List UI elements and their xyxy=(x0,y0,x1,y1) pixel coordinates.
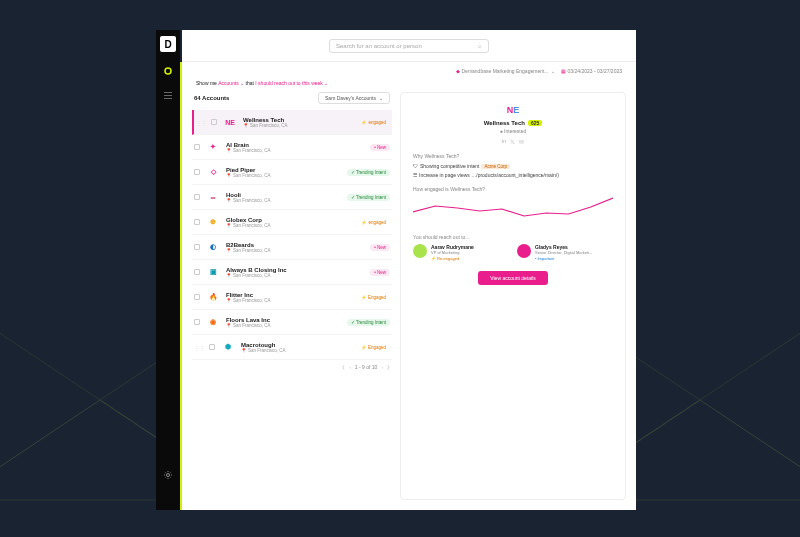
shield-icon: 🛡 xyxy=(413,163,418,169)
pin-icon: 📍 xyxy=(226,298,232,303)
account-row[interactable]: ⋮⋮⬢Macrotough📍San Francisco, CA⚡ Engaged xyxy=(192,335,392,360)
show-me-row: Show me Accounts ⌄ that I should reach o… xyxy=(182,78,636,92)
page-last-button[interactable]: ⟫ xyxy=(387,364,390,370)
account-logo: ▣ xyxy=(205,264,221,280)
contact-tag: ⚡ Re-engaged xyxy=(431,256,474,261)
pin-icon: 📍 xyxy=(226,273,232,278)
account-row[interactable]: ◇Pied Piper📍San Francisco, CA✓ Trending … xyxy=(192,160,392,185)
drag-handle-icon[interactable]: ⋮⋮ xyxy=(196,119,206,126)
contact-card[interactable]: Aarav RudrymaneVP of Marketing⚡ Re-engag… xyxy=(413,244,509,261)
search-icon: ⌕ xyxy=(478,43,482,49)
status-tag: ⚡ engaged xyxy=(357,219,390,226)
score-badge: 625 xyxy=(528,120,542,126)
row-checkbox[interactable] xyxy=(194,144,200,150)
accent-line xyxy=(180,62,182,510)
competitor-tag: Acme Corp xyxy=(481,164,510,169)
account-row[interactable]: ◐B2Beards📍San Francisco, CA• New xyxy=(192,235,392,260)
why-title: Why Wellness Tech? xyxy=(413,153,613,159)
insight-competitive: 🛡 Showing competitive intent Acme Corp xyxy=(413,163,613,169)
account-row[interactable]: ▣Always B Closing Inc📍San Francisco, CA•… xyxy=(192,260,392,285)
status-tag: ⚡ Engaged xyxy=(357,294,390,301)
search-placeholder: Search for an account or person xyxy=(336,43,478,49)
contact-card[interactable]: Gladys ReyesSenior Director, Digital Mar… xyxy=(517,244,613,261)
page-next-button[interactable]: › xyxy=(381,364,383,370)
pin-icon: 📍 xyxy=(243,123,249,128)
detail-name: Wellness Tech 625 xyxy=(484,120,542,126)
account-row[interactable]: ⋮⋮NEWellness Tech📍San Francisco, CA⚡ eng… xyxy=(192,110,392,135)
avatar xyxy=(517,244,531,258)
account-logo: 🔥 xyxy=(205,289,221,305)
list-owner-dropdown[interactable]: Sam Davey's Accounts ⌄ xyxy=(318,92,390,104)
trend-icon: ☰ xyxy=(413,172,417,178)
drag-handle-icon[interactable]: ⋮⋮ xyxy=(194,344,204,351)
account-row[interactable]: ✦AI Brain📍San Francisco, CA• New xyxy=(192,135,392,160)
account-location: 📍San Francisco, CA xyxy=(226,323,342,328)
pin-icon: 📍 xyxy=(226,148,232,153)
row-checkbox[interactable] xyxy=(194,244,200,250)
account-location: 📍San Francisco, CA xyxy=(226,198,342,203)
row-checkbox[interactable] xyxy=(194,219,200,225)
engaged-title: How engaged is Wellness Tech? xyxy=(413,186,613,192)
pin-icon: 📍 xyxy=(226,173,232,178)
account-count: 64 Accounts xyxy=(194,95,229,101)
account-logo: NE xyxy=(222,114,238,130)
filter-selector[interactable]: I should reach out to this week ⌄ xyxy=(255,80,328,86)
row-checkbox[interactable] xyxy=(194,269,200,275)
date-filter[interactable]: ▦ 03/24/2023 - 03/27/2023 xyxy=(561,68,623,74)
row-checkbox[interactable] xyxy=(194,319,200,325)
contact-title: VP of Marketing xyxy=(431,250,474,255)
sidebar-item-list[interactable] xyxy=(161,88,175,102)
account-row[interactable]: ⊕Globex Corp📍San Francisco, CA⚡ engaged xyxy=(192,210,392,235)
sidebar-item-home[interactable] xyxy=(161,64,175,78)
row-checkbox[interactable] xyxy=(194,294,200,300)
account-location: 📍San Francisco, CA xyxy=(226,273,365,278)
detail-status: ● Interested xyxy=(413,128,613,134)
view-details-button[interactable]: View account details xyxy=(478,271,548,285)
account-logo: ∞ xyxy=(205,189,221,205)
search-input[interactable]: Search for an account or person ⌕ xyxy=(329,39,489,53)
email-icon[interactable]: ✉ xyxy=(519,138,524,145)
linkedin-icon[interactable]: in xyxy=(502,138,507,145)
row-checkbox[interactable] xyxy=(194,169,200,175)
account-logo: ◉ xyxy=(205,314,221,330)
pin-icon: 📍 xyxy=(226,323,232,328)
svg-rect-1 xyxy=(164,92,172,93)
avatar xyxy=(413,244,427,258)
page-first-button[interactable]: ⟪ xyxy=(342,364,345,370)
account-row[interactable]: ∞Hooli📍San Francisco, CA✓ Trending Inten… xyxy=(192,185,392,210)
segment-filter[interactable]: ◆ Demandbase Marketing Engagement... ⌄ xyxy=(456,68,555,74)
pin-icon: 📍 xyxy=(241,348,247,353)
account-location: 📍San Francisco, CA xyxy=(226,298,352,303)
account-location: 📍San Francisco, CA xyxy=(226,223,352,228)
entity-selector[interactable]: Accounts ⌄ xyxy=(218,80,244,86)
status-tag: ✓ Trending Intent xyxy=(347,194,390,201)
detail-panel: NE Wellness Tech 625 ● Interested in 𝕏 ✉… xyxy=(400,92,626,500)
status-tag: • New xyxy=(370,144,390,151)
pin-icon: 📍 xyxy=(226,223,232,228)
page-prev-button[interactable]: ‹ xyxy=(349,364,351,370)
account-row[interactable]: ◉Floors Lava Inc📍San Francisco, CA✓ Tren… xyxy=(192,310,392,335)
svg-point-4 xyxy=(167,474,170,477)
twitter-icon[interactable]: 𝕏 xyxy=(510,138,515,145)
row-checkbox[interactable] xyxy=(209,344,215,350)
account-location: 📍San Francisco, CA xyxy=(226,148,365,153)
account-logo: ✦ xyxy=(205,139,221,155)
chevron-down-icon: ⌄ xyxy=(379,95,383,101)
filter-row: ◆ Demandbase Marketing Engagement... ⌄ ▦… xyxy=(182,62,636,78)
row-checkbox[interactable] xyxy=(194,194,200,200)
account-row[interactable]: 🔥Flitter Inc📍San Francisco, CA⚡ Engaged xyxy=(192,285,392,310)
account-logo: ◐ xyxy=(205,239,221,255)
account-location: 📍San Francisco, CA xyxy=(241,348,352,353)
sidebar-item-settings[interactable] xyxy=(161,468,175,482)
status-tag: ⚡ Engaged xyxy=(357,344,390,351)
engagement-chart xyxy=(413,196,613,226)
status-tag: ⚡ engaged xyxy=(357,119,390,126)
app-logo[interactable]: D xyxy=(160,36,176,52)
account-location: 📍San Francisco, CA xyxy=(243,123,352,128)
pin-icon: 📍 xyxy=(226,248,232,253)
status-tag: ✓ Trending Intent xyxy=(347,319,390,326)
row-checkbox[interactable] xyxy=(211,119,217,125)
account-list: 64 Accounts Sam Davey's Accounts ⌄ ⋮⋮NEW… xyxy=(192,92,392,500)
pagination: ⟪ ‹ 1 - 9 of 10 › ⟫ xyxy=(192,360,392,374)
account-location: 📍San Francisco, CA xyxy=(226,248,365,253)
